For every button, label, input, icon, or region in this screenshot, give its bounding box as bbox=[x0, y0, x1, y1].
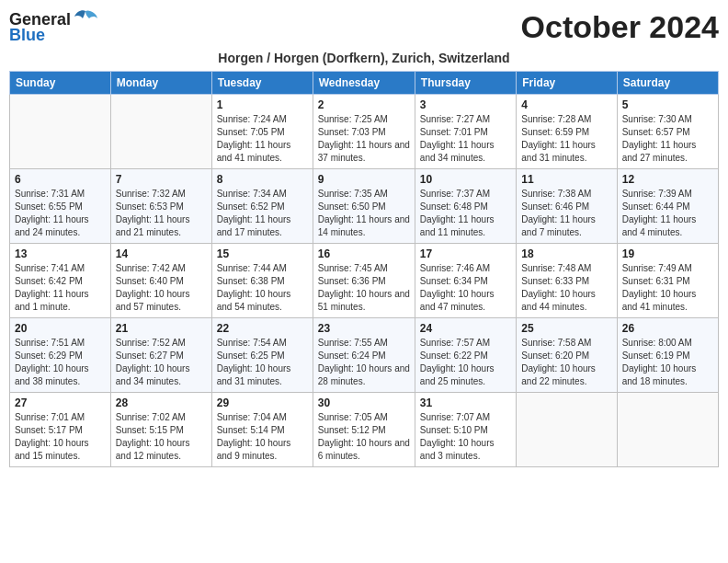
day-number: 1 bbox=[217, 98, 308, 111]
day-number: 29 bbox=[217, 396, 308, 409]
day-info: Sunrise: 7:01 AMSunset: 5:17 PMDaylight:… bbox=[15, 411, 106, 463]
calendar-cell: 7Sunrise: 7:32 AMSunset: 6:53 PMDaylight… bbox=[110, 169, 211, 244]
day-number: 31 bbox=[420, 396, 511, 409]
calendar-cell: 25Sunrise: 7:58 AMSunset: 6:20 PMDayligh… bbox=[517, 318, 617, 393]
calendar-cell: 14Sunrise: 7:42 AMSunset: 6:40 PMDayligh… bbox=[110, 244, 211, 318]
day-number: 28 bbox=[116, 396, 207, 409]
day-info: Sunrise: 7:46 AMSunset: 6:34 PMDaylight:… bbox=[420, 262, 511, 314]
day-info: Sunrise: 7:42 AMSunset: 6:40 PMDaylight:… bbox=[116, 262, 207, 314]
calendar-cell bbox=[617, 393, 718, 467]
day-number: 27 bbox=[15, 396, 106, 409]
calendar-cell: 8Sunrise: 7:34 AMSunset: 6:52 PMDaylight… bbox=[211, 169, 313, 244]
day-info: Sunrise: 7:24 AMSunset: 7:05 PMDaylight:… bbox=[217, 113, 308, 165]
weekday-header-monday: Monday bbox=[110, 72, 211, 95]
weekday-header-tuesday: Tuesday bbox=[211, 72, 313, 95]
day-number: 13 bbox=[15, 247, 106, 260]
day-number: 21 bbox=[116, 322, 207, 335]
day-info: Sunrise: 7:34 AMSunset: 6:52 PMDaylight:… bbox=[217, 188, 308, 239]
day-info: Sunrise: 7:27 AMSunset: 7:01 PMDaylight:… bbox=[420, 113, 511, 165]
day-info: Sunrise: 7:39 AMSunset: 6:44 PMDaylight:… bbox=[622, 188, 713, 239]
calendar-cell: 13Sunrise: 7:41 AMSunset: 6:42 PMDayligh… bbox=[10, 244, 111, 318]
day-number: 8 bbox=[217, 173, 308, 186]
calendar-cell: 28Sunrise: 7:02 AMSunset: 5:15 PMDayligh… bbox=[110, 393, 211, 467]
calendar-cell: 21Sunrise: 7:52 AMSunset: 6:27 PMDayligh… bbox=[110, 318, 211, 393]
calendar-cell: 5Sunrise: 7:30 AMSunset: 6:57 PMDaylight… bbox=[617, 95, 718, 169]
month-year-title: October 2024 bbox=[521, 9, 719, 45]
day-number: 16 bbox=[318, 247, 410, 260]
day-number: 22 bbox=[217, 322, 308, 335]
calendar-cell: 9Sunrise: 7:35 AMSunset: 6:50 PMDaylight… bbox=[313, 169, 415, 244]
day-info: Sunrise: 7:25 AMSunset: 7:03 PMDaylight:… bbox=[318, 113, 410, 165]
day-info: Sunrise: 7:32 AMSunset: 6:53 PMDaylight:… bbox=[116, 188, 207, 239]
day-info: Sunrise: 7:45 AMSunset: 6:36 PMDaylight:… bbox=[318, 262, 410, 314]
weekday-header-wednesday: Wednesday bbox=[313, 72, 415, 95]
day-number: 20 bbox=[15, 322, 106, 335]
weekday-header-friday: Friday bbox=[517, 72, 617, 95]
day-number: 15 bbox=[217, 247, 308, 260]
day-info: Sunrise: 7:04 AMSunset: 5:14 PMDaylight:… bbox=[217, 411, 308, 463]
day-info: Sunrise: 7:07 AMSunset: 5:10 PMDaylight:… bbox=[420, 411, 511, 463]
day-number: 2 bbox=[318, 98, 410, 111]
weekday-header-thursday: Thursday bbox=[415, 72, 516, 95]
day-number: 25 bbox=[521, 322, 611, 335]
calendar-cell: 16Sunrise: 7:45 AMSunset: 6:36 PMDayligh… bbox=[313, 244, 415, 318]
calendar-cell bbox=[10, 95, 111, 169]
logo: General Blue bbox=[9, 9, 98, 45]
day-info: Sunrise: 7:44 AMSunset: 6:38 PMDaylight:… bbox=[217, 262, 308, 314]
calendar-cell: 27Sunrise: 7:01 AMSunset: 5:17 PMDayligh… bbox=[10, 393, 111, 467]
day-number: 17 bbox=[420, 247, 511, 260]
day-info: Sunrise: 7:51 AMSunset: 6:29 PMDaylight:… bbox=[15, 337, 106, 388]
calendar-table: SundayMondayTuesdayWednesdayThursdayFrid… bbox=[9, 71, 719, 467]
day-number: 11 bbox=[521, 173, 611, 186]
day-info: Sunrise: 7:41 AMSunset: 6:42 PMDaylight:… bbox=[15, 262, 106, 314]
day-info: Sunrise: 7:54 AMSunset: 6:25 PMDaylight:… bbox=[217, 337, 308, 388]
calendar-cell: 20Sunrise: 7:51 AMSunset: 6:29 PMDayligh… bbox=[10, 318, 111, 393]
day-info: Sunrise: 7:02 AMSunset: 5:15 PMDaylight:… bbox=[116, 411, 207, 463]
day-number: 9 bbox=[318, 173, 410, 186]
calendar-cell bbox=[110, 95, 211, 169]
day-number: 10 bbox=[420, 173, 511, 186]
calendar-cell: 17Sunrise: 7:46 AMSunset: 6:34 PMDayligh… bbox=[415, 244, 516, 318]
day-info: Sunrise: 7:35 AMSunset: 6:50 PMDaylight:… bbox=[318, 188, 410, 239]
calendar-cell: 1Sunrise: 7:24 AMSunset: 7:05 PMDaylight… bbox=[211, 95, 313, 169]
day-number: 4 bbox=[521, 98, 611, 111]
calendar-cell: 30Sunrise: 7:05 AMSunset: 5:12 PMDayligh… bbox=[313, 393, 415, 467]
calendar-cell: 18Sunrise: 7:48 AMSunset: 6:33 PMDayligh… bbox=[517, 244, 617, 318]
calendar-cell: 6Sunrise: 7:31 AMSunset: 6:55 PMDaylight… bbox=[10, 169, 111, 244]
day-number: 18 bbox=[521, 247, 611, 260]
location-title: Horgen / Horgen (Dorfkern), Zurich, Swit… bbox=[9, 51, 719, 65]
calendar-cell: 19Sunrise: 7:49 AMSunset: 6:31 PMDayligh… bbox=[617, 244, 718, 318]
day-info: Sunrise: 7:28 AMSunset: 6:59 PMDaylight:… bbox=[521, 113, 611, 165]
day-info: Sunrise: 7:57 AMSunset: 6:22 PMDaylight:… bbox=[420, 337, 511, 388]
calendar-cell: 31Sunrise: 7:07 AMSunset: 5:10 PMDayligh… bbox=[415, 393, 516, 467]
weekday-header-saturday: Saturday bbox=[617, 72, 718, 95]
calendar-cell: 23Sunrise: 7:55 AMSunset: 6:24 PMDayligh… bbox=[313, 318, 415, 393]
calendar-cell: 3Sunrise: 7:27 AMSunset: 7:01 PMDaylight… bbox=[415, 95, 516, 169]
day-number: 26 bbox=[622, 322, 713, 335]
calendar-cell: 2Sunrise: 7:25 AMSunset: 7:03 PMDaylight… bbox=[313, 95, 415, 169]
day-number: 12 bbox=[622, 173, 713, 186]
day-info: Sunrise: 7:05 AMSunset: 5:12 PMDaylight:… bbox=[318, 411, 410, 463]
day-number: 3 bbox=[420, 98, 511, 111]
calendar-cell: 15Sunrise: 7:44 AMSunset: 6:38 PMDayligh… bbox=[211, 244, 313, 318]
calendar-cell: 11Sunrise: 7:38 AMSunset: 6:46 PMDayligh… bbox=[517, 169, 617, 244]
day-info: Sunrise: 7:48 AMSunset: 6:33 PMDaylight:… bbox=[521, 262, 611, 314]
day-info: Sunrise: 8:00 AMSunset: 6:19 PMDaylight:… bbox=[622, 337, 713, 388]
logo-bird-icon bbox=[73, 9, 98, 29]
calendar-cell: 22Sunrise: 7:54 AMSunset: 6:25 PMDayligh… bbox=[211, 318, 313, 393]
calendar-cell bbox=[517, 393, 617, 467]
day-number: 19 bbox=[622, 247, 713, 260]
calendar-cell: 10Sunrise: 7:37 AMSunset: 6:48 PMDayligh… bbox=[415, 169, 516, 244]
day-number: 23 bbox=[318, 322, 410, 335]
calendar-cell: 29Sunrise: 7:04 AMSunset: 5:14 PMDayligh… bbox=[211, 393, 313, 467]
day-info: Sunrise: 7:52 AMSunset: 6:27 PMDaylight:… bbox=[116, 337, 207, 388]
day-number: 5 bbox=[622, 98, 713, 111]
day-info: Sunrise: 7:37 AMSunset: 6:48 PMDaylight:… bbox=[420, 188, 511, 239]
day-number: 7 bbox=[116, 173, 207, 186]
day-info: Sunrise: 7:30 AMSunset: 6:57 PMDaylight:… bbox=[622, 113, 713, 165]
weekday-header-sunday: Sunday bbox=[10, 72, 111, 95]
calendar-cell: 4Sunrise: 7:28 AMSunset: 6:59 PMDaylight… bbox=[517, 95, 617, 169]
day-info: Sunrise: 7:31 AMSunset: 6:55 PMDaylight:… bbox=[15, 188, 106, 239]
day-info: Sunrise: 7:38 AMSunset: 6:46 PMDaylight:… bbox=[521, 188, 611, 239]
calendar-cell: 24Sunrise: 7:57 AMSunset: 6:22 PMDayligh… bbox=[415, 318, 516, 393]
